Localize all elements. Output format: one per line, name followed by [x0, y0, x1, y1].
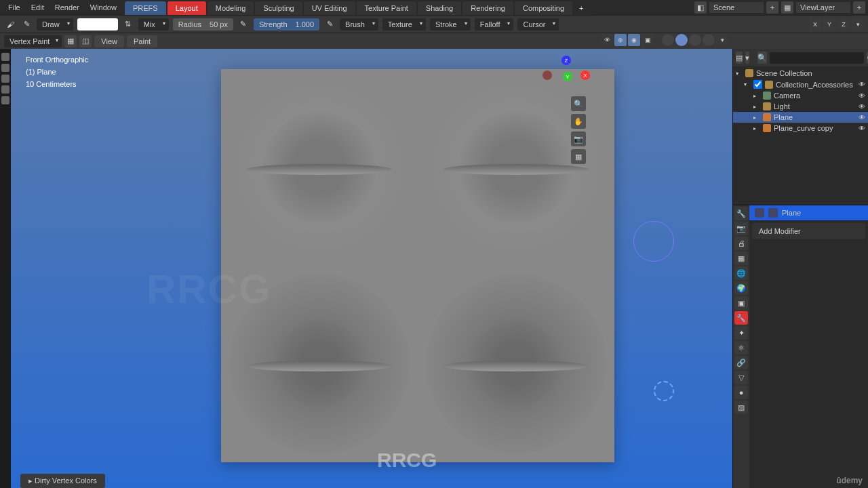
prop-tab-particles[interactable]: ✦ [734, 326, 748, 340]
mode-dropdown[interactable]: Vertex Paint [4, 35, 62, 47]
visibility-toggle-icon[interactable]: 👁 [859, 125, 865, 132]
toggle-a-icon[interactable]: ▦ [64, 35, 77, 47]
visibility-toggle-icon[interactable]: 👁 [859, 103, 865, 110]
gizmo-x[interactable]: X [580, 70, 590, 80]
disclosure-icon[interactable]: ▸ [753, 125, 760, 131]
texture-dropdown[interactable]: Texture [382, 18, 426, 30]
strength-field[interactable]: Strength 1.000 [254, 18, 319, 30]
pan-icon[interactable]: ✋ [571, 114, 586, 129]
visibility-toggle-icon[interactable]: 👁 [859, 114, 865, 121]
shading-options-dropdown[interactable]: ▾ [716, 34, 728, 46]
prop-tab-modifier[interactable]: 🔧 [734, 311, 748, 325]
options-dropdown[interactable]: ▾ [852, 18, 864, 30]
outliner-camera[interactable]: ▸ Camera 👁 [733, 90, 868, 101]
color-swap-icon[interactable]: ⇅ [122, 18, 134, 30]
xray-toggle[interactable]: ▣ [642, 34, 654, 46]
viewlayer-icon[interactable]: ▦ [781, 1, 793, 14]
prop-tab-object[interactable]: ▣ [734, 296, 748, 310]
workspace-rendering[interactable]: Rendering [462, 1, 513, 15]
shading-rendered[interactable] [703, 34, 715, 46]
tool-blur[interactable] [1, 64, 9, 72]
tool-smear[interactable] [1, 85, 9, 94]
workspace-texpaint[interactable]: Texture Paint [357, 1, 416, 15]
brush-mode-dropdown[interactable]: Draw [37, 18, 73, 30]
prop-tab-output[interactable]: 🖨 [734, 237, 748, 250]
shading-material[interactable] [689, 34, 701, 46]
scene-name-input[interactable] [709, 2, 764, 13]
brush-dropdown[interactable]: Brush [340, 18, 378, 30]
status-operator[interactable]: Dirty Vertex Colors [20, 474, 105, 488]
overlay-toggle[interactable]: ◉ [628, 34, 640, 46]
new-scene-button[interactable]: + [766, 1, 778, 14]
outliner-display-mode-icon[interactable]: ▤ [736, 52, 743, 64]
menu-file[interactable]: File [3, 1, 26, 14]
disclosure-icon[interactable]: ▸ [753, 93, 760, 99]
nav-gizmo[interactable]: Z Y X [549, 56, 583, 89]
outliner-light[interactable]: ▸ Light 👁 [733, 101, 868, 112]
prop-tab-data[interactable]: ▽ [734, 371, 748, 384]
visibility-toggle-icon[interactable]: 👁 [859, 92, 865, 100]
mirror-x-toggle[interactable]: X [809, 18, 821, 30]
prop-tab-viewlayer[interactable]: ▦ [734, 251, 748, 265]
outliner-plane[interactable]: ▸ Plane 👁 [733, 112, 868, 123]
perspective-toggle-icon[interactable]: ▦ [571, 149, 586, 164]
outliner-scene-collection[interactable]: ▾ Scene Collection [733, 68, 868, 79]
mirror-z-toggle[interactable]: Z [837, 18, 850, 30]
shading-wireframe[interactable] [662, 34, 674, 46]
menu-edit[interactable]: Edit [26, 1, 50, 14]
outliner-plane-curve[interactable]: ▸ Plane_curve copy 👁 [733, 123, 868, 134]
selectability-toggle[interactable]: 👁 [601, 34, 613, 46]
disclosure-icon[interactable]: ▸ [753, 104, 760, 110]
paint-menu[interactable]: Paint [127, 35, 157, 47]
color-swatch[interactable] [77, 18, 118, 30]
view-menu[interactable]: View [94, 35, 124, 47]
cursor-dropdown[interactable]: Cursor [517, 18, 559, 30]
prop-tab-scene[interactable]: 🌐 [734, 266, 748, 280]
workspace-uv[interactable]: UV Editing [304, 1, 355, 15]
radius-pressure-icon[interactable]: ✎ [237, 18, 250, 30]
gizmo-y[interactable]: Y [563, 72, 572, 81]
viewport-3d[interactable]: Front Orthographic (1) Plane 10 Centimet… [11, 49, 732, 488]
workspace-add[interactable]: + [574, 1, 589, 15]
prop-tab-render[interactable]: 📷 [734, 222, 748, 235]
mirror-y-toggle[interactable]: Y [823, 18, 835, 30]
workspace-prefs[interactable]: PREFS [125, 1, 166, 15]
workspace-modeling[interactable]: Modeling [208, 1, 254, 15]
workspace-compositing[interactable]: Compositing [515, 1, 572, 15]
falloff-dropdown[interactable]: Falloff [475, 18, 514, 30]
disclosure-icon[interactable]: ▾ [744, 81, 751, 87]
prop-tab-texture[interactable]: ▨ [734, 401, 748, 414]
workspace-sculpting[interactable]: Sculpting [255, 1, 302, 15]
blend-mode-dropdown[interactable]: Mix [138, 18, 169, 30]
brush-select-icon[interactable]: ✎ [20, 18, 33, 30]
outliner-view-icon[interactable]: ▾ [745, 52, 749, 64]
stroke-dropdown[interactable]: Stroke [430, 18, 471, 30]
visibility-toggle-icon[interactable]: 👁 [859, 81, 865, 88]
toggle-b-icon[interactable]: ◫ [79, 35, 92, 47]
tool-average[interactable] [1, 75, 9, 83]
radius-field[interactable]: Radius 50 px [173, 18, 233, 30]
prop-tab-world[interactable]: 🌍 [734, 281, 748, 295]
prop-tab-constraints[interactable]: 🔗 [734, 356, 748, 369]
outliner-search-input[interactable] [770, 52, 864, 64]
menu-render[interactable]: Render [50, 1, 85, 14]
prop-tab-material[interactable]: ● [734, 386, 748, 399]
pin-icon[interactable] [755, 208, 764, 218]
shading-solid[interactable] [675, 34, 688, 46]
gizmo-toggle[interactable]: ⊕ [614, 34, 627, 46]
tool-annotate[interactable] [1, 96, 9, 104]
brush-panel-icon[interactable]: 🖌 [4, 18, 16, 30]
tool-draw[interactable] [1, 53, 9, 61]
camera-view-icon[interactable]: 📷 [571, 131, 586, 146]
gizmo-neg-x[interactable] [542, 70, 552, 80]
prop-tab-tool[interactable]: 🔧 [734, 207, 748, 220]
prop-tab-physics[interactable]: ⚛ [734, 341, 748, 354]
disclosure-icon[interactable]: ▸ [753, 115, 760, 121]
menu-window[interactable]: Window [85, 1, 122, 14]
new-viewlayer-button[interactable]: + [853, 1, 865, 14]
zoom-icon[interactable]: 🔍 [571, 96, 586, 111]
scene-icon[interactable]: ◧ [694, 1, 707, 14]
workspace-layout[interactable]: Layout [167, 1, 206, 15]
workspace-shading[interactable]: Shading [418, 1, 461, 15]
outliner-collection[interactable]: ▾ Collection_Accessories 👁 [733, 79, 868, 90]
